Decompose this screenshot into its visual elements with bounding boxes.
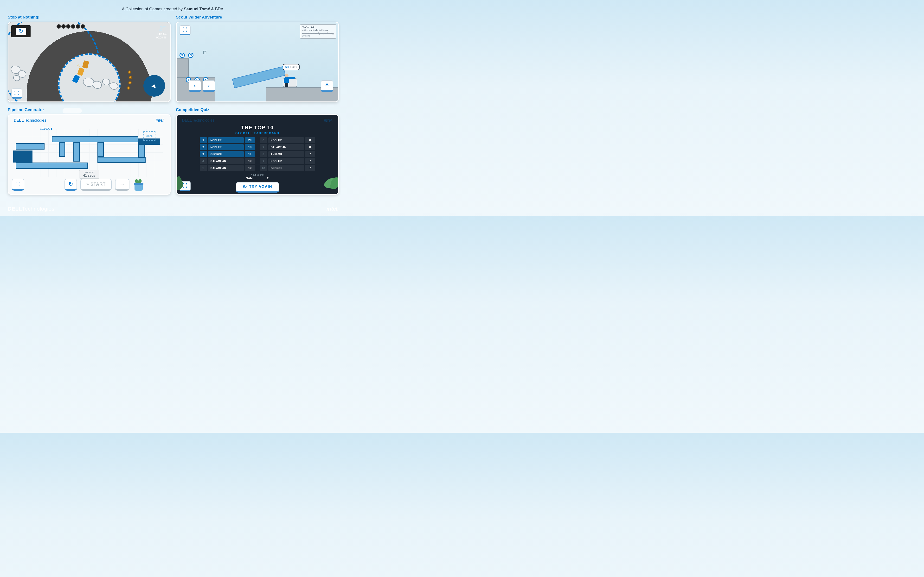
tile-title-racing: Stop at Nothing! [8, 15, 171, 20]
player-score: 11 [245, 151, 255, 157]
leaderboard-row: 7GALACTIAN8 [260, 144, 315, 150]
rank: 1 [200, 137, 207, 143]
player-name: GEORGE [208, 151, 244, 157]
tile-quiz: Competitive Quiz DELLTechnologies intel.… [176, 108, 339, 195]
player-name: GALACTIAN [208, 158, 244, 164]
player-name: ANKUSH [268, 151, 304, 157]
cone [129, 76, 132, 79]
pipe-segment[interactable] [59, 142, 65, 157]
leaderboard-row: 6NODLER8 [260, 137, 315, 143]
dell-logo: DELLTechnologies [14, 118, 46, 122]
player-score: 8 [305, 144, 315, 150]
tile-title-pipeline: Pipeline Generator [8, 108, 171, 112]
race-position: 2ND [156, 25, 166, 32]
cone [128, 71, 131, 74]
header-prefix: A Collection of Games created by [122, 7, 184, 11]
race-timer: 00:08:46 [156, 36, 166, 39]
pipeline-preview[interactable]: DELLTechnologies intel. LEVEL 1 GOAL TIM… [8, 114, 171, 195]
pipe-inlet [13, 150, 32, 163]
pipe-segment[interactable] [52, 136, 138, 142]
tile-platformer: Scout Wilder Adventure $ $ $ $ $ ⚿ $ × 1… [176, 15, 339, 102]
rank: 2 [200, 144, 207, 150]
control-bar: » START → [12, 179, 166, 191]
rank: 6 [260, 137, 267, 143]
timer-label: TIME LEFT: [82, 171, 97, 174]
start-button[interactable]: » START [80, 179, 111, 191]
leaderboard-row: 5GALACTIAN10 [200, 165, 255, 171]
todo-item-done: o Unlock the Bridge by collecting 19 coi… [302, 32, 334, 37]
restart-button[interactable] [65, 179, 77, 191]
dell-logo: DELLTechnologies [182, 118, 215, 122]
tile-racing: Stop at Nothing! ♔ [8, 15, 171, 102]
dell-logo: DELLTechnologies [8, 206, 54, 212]
leaderboard-row: 1NODLER20 [200, 137, 255, 143]
jump-button[interactable]: ^ [321, 80, 333, 92]
page-header: A Collection of Games created by Samuel … [0, 0, 347, 15]
coin[interactable]: $ [188, 53, 194, 58]
key-icon[interactable]: ⚿ [203, 50, 207, 55]
leaderboard-row: 9NODLER7 [260, 158, 315, 164]
player-score: 8 [305, 137, 315, 143]
tile-pipeline: Pipeline Generator DELLTechnologies inte… [8, 108, 171, 195]
move-right-button[interactable]: › [203, 80, 215, 92]
fullscreen-button[interactable] [12, 179, 24, 191]
player-character [283, 74, 290, 87]
leaderboard-row: 4GALACTIAN10 [200, 158, 255, 164]
quiz-header: DELLTechnologies intel. [177, 115, 338, 126]
intel-logo: intel. [326, 206, 339, 212]
refresh-icon [16, 27, 26, 35]
move-left-button[interactable]: ‹ [189, 80, 201, 92]
header-author: Samuel Tomé [184, 7, 210, 11]
platformer-preview[interactable]: $ $ $ $ $ ⚿ $ × 19/19 To-Do List: o Find… [176, 22, 339, 102]
player-name: NODLER [268, 158, 304, 164]
player-score: 20 [245, 137, 255, 143]
fullscreen-button[interactable] [11, 89, 23, 98]
pipeline-header: DELLTechnologies intel. [8, 115, 170, 126]
pipe-segment[interactable] [16, 163, 88, 169]
player-name: NODLER [208, 144, 244, 150]
leaf-deco [176, 177, 189, 195]
tile-title-platformer: Scout Wilder Adventure [176, 15, 339, 20]
player-score: 7 [305, 165, 315, 171]
pipe-segment[interactable] [16, 143, 45, 150]
quiz-preview[interactable]: DELLTechnologies intel. THE TOP 10 GLOBA… [176, 114, 339, 195]
cloud-deco [63, 108, 82, 113]
todo-title: To-Do List: [302, 26, 334, 29]
page-footer: DELLTechnologies intel. [8, 206, 339, 212]
refresh-icon [242, 184, 247, 190]
racing-game-preview[interactable]: ♔ 2ND LAP 1/4 00:08:46 [8, 22, 171, 102]
rank: 7 [260, 144, 267, 150]
fullscreen-button[interactable] [179, 25, 191, 35]
player-name: NODLER [268, 137, 304, 143]
crown-icon: ♔ [77, 64, 80, 68]
ramp [232, 66, 286, 88]
todo-panel: To-Do List: o Find and Collect all Keys … [300, 24, 336, 39]
joystick[interactable] [144, 75, 165, 97]
rank: 10 [260, 165, 267, 171]
leaderboard-row: 2NODLER18 [200, 144, 255, 150]
try-again-button[interactable]: TRY AGAIN [236, 182, 279, 193]
leaderboard-row: 8ANKUSH7 [260, 151, 315, 157]
tire-stack [57, 24, 85, 29]
rank: 4 [200, 158, 207, 164]
coin[interactable]: $ [179, 53, 185, 58]
player-name: GALACTIAN [268, 144, 304, 150]
player-score: 7 [305, 151, 315, 157]
rank: 5 [200, 165, 207, 171]
pipe-segment[interactable] [73, 142, 80, 161]
tile-title-quiz: Competitive Quiz [176, 108, 339, 112]
pipe-segment[interactable] [97, 142, 104, 157]
timer-box: TIME LEFT: 41 secs [79, 170, 99, 179]
intel-logo: intel. [156, 118, 165, 122]
rank: 3 [200, 151, 207, 157]
cone [128, 81, 132, 84]
laptop-icon[interactable] [11, 25, 31, 37]
next-button[interactable]: → [115, 179, 129, 191]
cone [127, 86, 130, 90]
leaderboard-row: 3GEORGE11 [200, 151, 255, 157]
try-again-label: TRY AGAIN [249, 185, 272, 189]
leaf-deco [326, 177, 339, 195]
intel-logo: intel. [324, 118, 333, 122]
leaderboard-row: 10GEORGE7 [260, 165, 315, 171]
player-score: 10 [245, 158, 255, 164]
